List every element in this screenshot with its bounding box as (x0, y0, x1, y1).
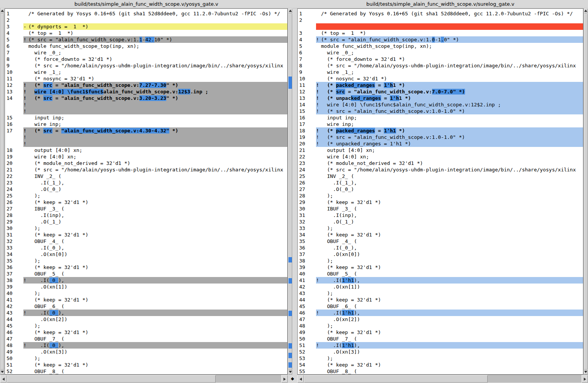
scroll-right-button[interactable] (281, 375, 288, 383)
code-text: ); (316, 258, 583, 264)
code-text: ! (* src = "alain_func_width_scope.v:1.0… (316, 134, 583, 140)
diff-map-mark[interactable] (288, 343, 292, 349)
code-text: ); (316, 355, 583, 362)
scroll-down-button[interactable] (288, 370, 292, 375)
line-number: 29 (5, 218, 23, 225)
code-segment: .I( (321, 342, 342, 348)
code-line: 29 .O(_1_) (5, 218, 287, 225)
down-arrow-icon (289, 371, 292, 373)
scrollbar-thumb[interactable] (304, 375, 488, 383)
diff-map-mark[interactable] (288, 353, 292, 358)
line-number: 27 (298, 186, 316, 192)
code-segment: ), (58, 277, 64, 283)
diff-map-mark[interactable] (288, 362, 292, 368)
scrollbar-thumb[interactable] (288, 13, 292, 370)
diff-marker: ! (316, 134, 321, 140)
code-line: 40 OBUF _5_ ( (298, 271, 583, 277)
line-number: 6 (5, 43, 23, 49)
left-vertical-scrollbar[interactable] (0, 8, 5, 375)
code-line: 52 OBUF _8_ ( (5, 368, 287, 375)
code-text: .I(_1_), (316, 179, 583, 186)
line-number: 40 (5, 290, 23, 297)
code-line: 5!(* src = "alain_func_width_scope.v:1.1… (5, 36, 287, 43)
code-line: 46! .I(1'h1), (298, 310, 583, 316)
code-text (316, 17, 583, 23)
scroll-left-button[interactable] (297, 375, 304, 383)
right-vertical-scrollbar[interactable] (583, 8, 588, 375)
code-text: OBUF _5_ ( (316, 271, 583, 277)
code-segment: alain_func_width_scope.v: (103, 89, 179, 95)
code-line: 47 OBUF _7_ ( (5, 336, 287, 342)
line-number: 20 (5, 160, 23, 166)
left-file-title: build/tests/simple_alain_func_width_scop… (0, 0, 293, 8)
line-number: 22 (298, 153, 316, 160)
code-segment: wire _0_; (321, 50, 354, 55)
scroll-left-button[interactable] (0, 375, 7, 383)
code-line: 38! .I(_0_), (5, 277, 287, 284)
code-line: 19 wire [4:0] xn; (5, 153, 287, 160)
left-code-pane[interactable]: 1/* Generated by Yosys 0.16+65 (git sha1… (5, 8, 288, 375)
left-horizontal-scrollbar[interactable] (0, 375, 288, 383)
inline-diff-segment: 7.0-7.0" *) (432, 89, 465, 95)
code-line: ! (5, 108, 287, 114)
scroll-right-button[interactable] (581, 375, 588, 383)
right-horizontal-scrollbar[interactable] (297, 375, 588, 383)
diff-map-mark[interactable] (288, 257, 292, 262)
diff-map-mark[interactable] (288, 77, 292, 89)
left-arrow-icon (2, 378, 5, 381)
code-line: 49 .O(xn[3]) (5, 349, 287, 355)
line-number: 10 (298, 75, 316, 82)
line-number: 39 (298, 264, 316, 271)
code-segment: .O(xn[2]) (28, 316, 67, 322)
line-number: 17 (298, 121, 316, 127)
code-line: 22 wire [4:0] xn; (298, 153, 583, 160)
line-number: 2 (5, 17, 23, 23)
line-number: 8 (298, 62, 316, 69)
code-line: 15! (* src = "alain_func_width_scope.v:1… (298, 108, 583, 114)
diff-marker: ! (316, 342, 321, 349)
pane-splitter-grip[interactable]: ◆ (288, 375, 297, 383)
scroll-down-button[interactable] (584, 370, 588, 375)
code-line: 21 (* src = "/home/alain/yosys-uhdm-plug… (5, 166, 287, 173)
line-number: 31 (298, 212, 316, 218)
scrollbar-thumb[interactable] (0, 13, 4, 370)
line-number: 28 (5, 212, 23, 218)
scroll-up-button[interactable] (584, 8, 588, 13)
code-text: ); (316, 192, 583, 199)
code-line: 17 wire inp; (298, 121, 583, 127)
code-segment: OBUF _8_ ( (321, 368, 357, 374)
code-segment: .I( (28, 342, 49, 348)
code-text: .O(_1_) (23, 218, 287, 225)
scroll-up-button[interactable] (288, 8, 292, 13)
code-text: .O(_0_) (316, 186, 583, 192)
right-code-pane[interactable]: 1/* Generated by Yosys 0.16+65 (git sha1… (297, 8, 583, 375)
scrollbar-thumb[interactable] (7, 375, 216, 383)
inline-diff-segment: src (43, 95, 52, 101)
code-segment: .I( (321, 310, 342, 316)
code-segment: .O(xn[2]) (321, 316, 360, 322)
scroll-up-button[interactable] (0, 8, 4, 13)
code-segment: (* force_downto = 32'd1 *) (28, 56, 112, 62)
diff-map-mark[interactable] (288, 278, 292, 284)
inline-diff-segment: . (441, 37, 444, 42)
code-line (298, 23, 583, 30)
inline-diff-segment: 42. (145, 37, 154, 42)
diff-map-scrollbar[interactable] (288, 8, 293, 375)
code-line: 50 ); (5, 355, 287, 362)
scrollbar-thumb[interactable] (584, 13, 588, 370)
code-segment: (* module_not_derived = 32'd1 *) (28, 160, 130, 166)
code-segment: = (375, 82, 384, 88)
code-text: (* keep = 32'd1 *) (316, 362, 583, 368)
line-number: 47 (5, 336, 23, 342)
code-text: wire [4:0] xn; (316, 153, 583, 160)
code-line: 44 .O(xn[2]) (5, 316, 287, 323)
code-segment: 0" *) (444, 37, 459, 42)
line-number: 32 (5, 238, 23, 244)
line-number: 4 (5, 30, 23, 36)
diff-map-mark[interactable] (288, 311, 292, 316)
scroll-down-button[interactable] (0, 370, 4, 375)
code-segment: .I(_1_), (321, 180, 357, 186)
down-arrow-icon (584, 371, 587, 373)
line-number: 46 (5, 329, 23, 336)
code-text: ); (316, 323, 583, 329)
